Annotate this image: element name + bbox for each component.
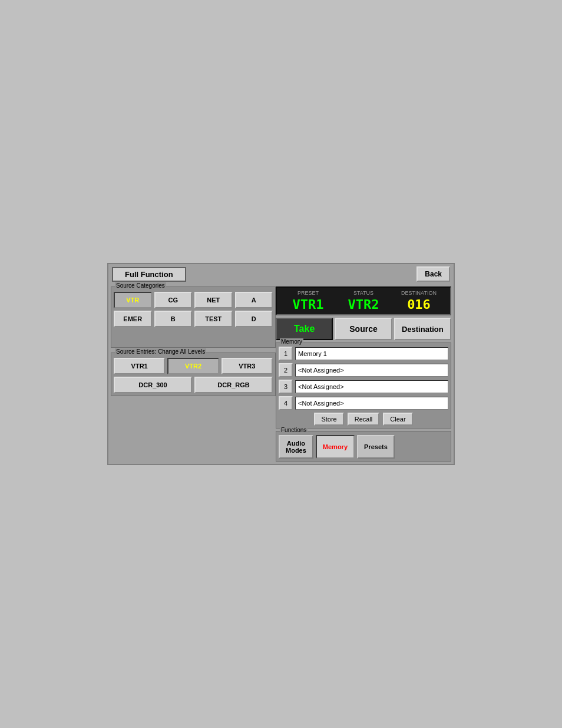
source-button-vtr2[interactable]: VTR2 bbox=[167, 358, 219, 374]
memory-row-3: 3 bbox=[279, 380, 448, 394]
memory-actions: Store Recall Clear bbox=[279, 413, 448, 426]
function-buttons: AudioModes Memory Presets bbox=[279, 435, 448, 459]
memory-row-1: 1 bbox=[279, 347, 448, 361]
recall-button[interactable]: Recall bbox=[348, 413, 380, 426]
status-preset-col: PRESET VTR1 bbox=[280, 290, 336, 312]
memory-input-2[interactable] bbox=[295, 364, 448, 377]
status-display: PRESET VTR1 STATUS VTR2 DESTINATION 016 bbox=[276, 286, 451, 315]
source-button[interactable]: Source bbox=[335, 318, 392, 340]
cat-button-a[interactable]: A bbox=[235, 292, 273, 308]
source-button-dcr-rgb[interactable]: DCR_RGB bbox=[194, 377, 273, 393]
destination-value: 016 bbox=[391, 297, 447, 312]
memory-row-4: 4 bbox=[279, 396, 448, 410]
main-panel: Full Function Back Source Categories VTR… bbox=[107, 263, 455, 465]
status-value: VTR2 bbox=[336, 297, 391, 312]
clear-button[interactable]: Clear bbox=[383, 413, 412, 426]
title-bar: Full Function Back bbox=[108, 264, 454, 284]
source-button-vtr3[interactable]: VTR3 bbox=[222, 358, 273, 374]
func-presets[interactable]: Presets bbox=[357, 435, 395, 459]
action-buttons: Take Source Destination bbox=[276, 318, 451, 340]
memory-num-4[interactable]: 4 bbox=[279, 396, 293, 410]
right-panel: PRESET VTR1 STATUS VTR2 DESTINATION 016 … bbox=[276, 286, 451, 462]
status-dest-col: DESTINATION 016 bbox=[391, 290, 447, 312]
memory-num-1[interactable]: 1 bbox=[279, 347, 293, 361]
source-entries-label: Source Entries: Change All Levels bbox=[115, 348, 206, 355]
store-button[interactable]: Store bbox=[314, 413, 343, 426]
memory-input-1[interactable] bbox=[295, 347, 448, 360]
source-entries-row1: VTR1 VTR2 VTR3 bbox=[114, 358, 273, 374]
back-button[interactable]: Back bbox=[416, 266, 450, 282]
memory-label: Memory bbox=[280, 338, 303, 345]
func-memory[interactable]: Memory bbox=[316, 435, 355, 459]
status-header: STATUS bbox=[336, 290, 391, 296]
cat-button-test[interactable]: TEST bbox=[194, 311, 233, 327]
cat-button-b[interactable]: B bbox=[154, 311, 193, 327]
source-button-dcr300[interactable]: DCR_300 bbox=[114, 377, 192, 393]
source-categories-label: Source Categories bbox=[115, 282, 166, 289]
cat-button-vtr[interactable]: VTR bbox=[114, 292, 152, 308]
cat-button-d[interactable]: D bbox=[235, 311, 273, 327]
cat-button-cg[interactable]: CG bbox=[154, 292, 193, 308]
memory-input-3[interactable] bbox=[295, 380, 448, 393]
memory-row-2: 2 bbox=[279, 363, 448, 377]
memory-num-2[interactable]: 2 bbox=[279, 363, 293, 377]
func-audio-modes[interactable]: AudioModes bbox=[279, 435, 313, 459]
content-area: Source Categories VTR CG NET A EMER B TE… bbox=[108, 284, 454, 464]
memory-input-4[interactable] bbox=[295, 397, 448, 410]
status-status-col: STATUS VTR2 bbox=[336, 290, 391, 312]
cat-button-net[interactable]: NET bbox=[194, 292, 233, 308]
app-title: Full Function bbox=[112, 267, 186, 282]
left-panel: Source Categories VTR CG NET A EMER B TE… bbox=[111, 286, 276, 462]
preset-header: PRESET bbox=[280, 290, 336, 296]
memory-section: Memory 1 2 3 4 Store bbox=[276, 342, 451, 429]
cat-button-emer[interactable]: EMER bbox=[114, 311, 152, 327]
take-button[interactable]: Take bbox=[276, 318, 333, 340]
memory-num-3[interactable]: 3 bbox=[279, 380, 293, 394]
source-entries-section: Source Entries: Change All Levels VTR1 V… bbox=[111, 353, 276, 396]
functions-label: Functions bbox=[280, 427, 308, 433]
destination-button[interactable]: Destination bbox=[394, 318, 451, 340]
source-entries-row2: DCR_300 DCR_RGB bbox=[114, 377, 273, 393]
source-button-vtr1[interactable]: VTR1 bbox=[114, 358, 165, 374]
source-categories-section: Source Categories VTR CG NET A EMER B TE… bbox=[111, 286, 276, 348]
destination-header: DESTINATION bbox=[391, 290, 447, 296]
functions-section: Functions AudioModes Memory Presets bbox=[276, 431, 451, 462]
source-categories-grid: VTR CG NET A EMER B TEST D bbox=[114, 292, 273, 327]
preset-value: VTR1 bbox=[280, 297, 336, 312]
